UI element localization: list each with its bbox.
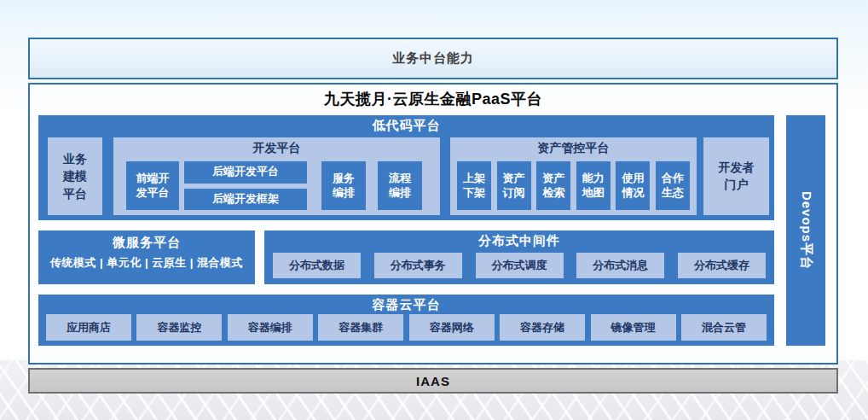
distributed-middleware-items: 分布式数据 分布式事务 分布式调度 分布式消息 分布式缓存: [273, 253, 766, 278]
dev-platform-panel: 开发平台 前端开 发平台 后端开发平台 后端开发框架 服务 编排 流程 编排: [113, 137, 440, 215]
container-cloud-items: 应用商店 容器监控 容器编排 容器集群 容器网络 容器存储 镜像管理 混合云管: [46, 314, 767, 341]
asset-control-items: 上架 下架 资产 订阅 资产 检索 能力 地图 使用 情况 合作 生态: [450, 161, 697, 210]
backend-platform-box: 后端开发平台: [184, 161, 307, 184]
paas-platform-panel: 九天揽月·云原生金融PaaS平台 低代码平台 业务 建模 平台 开发平台 前端开…: [28, 83, 838, 365]
middleware-item-cache: 分布式缓存: [678, 253, 766, 278]
asset-item-usage: 使用 情况: [616, 161, 650, 210]
container-item-orchestration: 容器编排: [228, 314, 313, 341]
dev-platform-title: 开发平台: [113, 137, 440, 156]
container-item-storage: 容器存储: [500, 314, 585, 341]
middleware-item-scheduling: 分布式调度: [476, 253, 564, 278]
container-item-cluster: 容器集群: [318, 314, 403, 341]
dev-platform-items: 前端开 发平台 后端开发平台 后端开发框架 服务 编排 流程 编排: [113, 161, 440, 210]
container-cloud-title: 容器云平台: [38, 295, 774, 313]
asset-item-search: 资产 检索: [536, 161, 570, 210]
middleware-item-message: 分布式消息: [576, 253, 664, 278]
microservice-platform-section: 微服务平台 传统模式 | 单元化 | 云原生 | 混合模式: [38, 230, 255, 284]
asset-control-title: 资产管控平台: [450, 137, 697, 156]
process-orchestration-box: 流程 编排: [378, 161, 422, 210]
asset-item-ecosystem: 合作 生态: [656, 161, 690, 210]
container-item-monitoring: 容器监控: [136, 314, 222, 341]
devops-platform-bar: Devops平台: [786, 115, 825, 346]
architecture-slide: 业务中台能力 九天揽月·云原生金融PaaS平台 低代码平台 业务 建模 平台 开…: [0, 0, 868, 420]
business-modeling-box: 业务 建模 平台: [48, 137, 102, 215]
lowcode-platform-section: 低代码平台 业务 建模 平台 开发平台 前端开 发平台 后端开发平台 后端开发框…: [38, 115, 774, 220]
microservice-platform-title: 微服务平台: [38, 230, 255, 251]
iaas-label: IAAS: [416, 374, 450, 388]
container-item-network: 容器网络: [409, 314, 495, 341]
business-midplatform-banner: 业务中台能力: [28, 38, 838, 79]
asset-item-onoff-shelf: 上架 下架: [457, 161, 491, 210]
lowcode-platform-body: 业务 建模 平台 开发平台 前端开 发平台 后端开发平台 后端开发框架 服务 编…: [38, 137, 774, 215]
asset-item-subscribe: 资产 订阅: [497, 161, 531, 210]
devops-platform-label: Devops平台: [798, 191, 814, 270]
microservice-modes: 传统模式 | 单元化 | 云原生 | 混合模式: [38, 255, 255, 271]
frontend-dev-box: 前端开 发平台: [126, 161, 179, 210]
middleware-item-transaction: 分布式事务: [374, 253, 462, 278]
service-orchestration-box: 服务 编排: [321, 161, 366, 210]
lowcode-platform-title: 低代码平台: [38, 115, 774, 134]
container-item-image-mgmt: 镜像管理: [591, 314, 676, 341]
container-item-hybrid-cloud: 混合云管: [681, 314, 767, 341]
iaas-bar: IAAS: [28, 368, 838, 394]
container-cloud-section: 容器云平台 应用商店 容器监控 容器编排 容器集群 容器网络 容器存储 镜像管理…: [38, 295, 774, 346]
business-midplatform-label: 业务中台能力: [392, 50, 474, 67]
middleware-item-data: 分布式数据: [273, 253, 361, 278]
container-item-app-store: 应用商店: [46, 314, 131, 341]
distributed-middleware-title: 分布式中间件: [264, 230, 774, 249]
asset-item-capability-map: 能力 地图: [576, 161, 610, 210]
platform-title: 九天揽月·云原生金融PaaS平台: [30, 89, 836, 109]
backend-stack: 后端开发平台 后端开发框架: [184, 161, 307, 210]
distributed-middleware-section: 分布式中间件 分布式数据 分布式事务 分布式调度 分布式消息 分布式缓存: [264, 230, 774, 284]
developer-portal-box: 开发者 门户: [703, 137, 769, 215]
asset-control-panel: 资产管控平台 上架 下架 资产 订阅 资产 检索 能力 地图 使用 情况 合作 …: [450, 137, 697, 215]
backend-framework-box: 后端开发框架: [184, 189, 307, 211]
